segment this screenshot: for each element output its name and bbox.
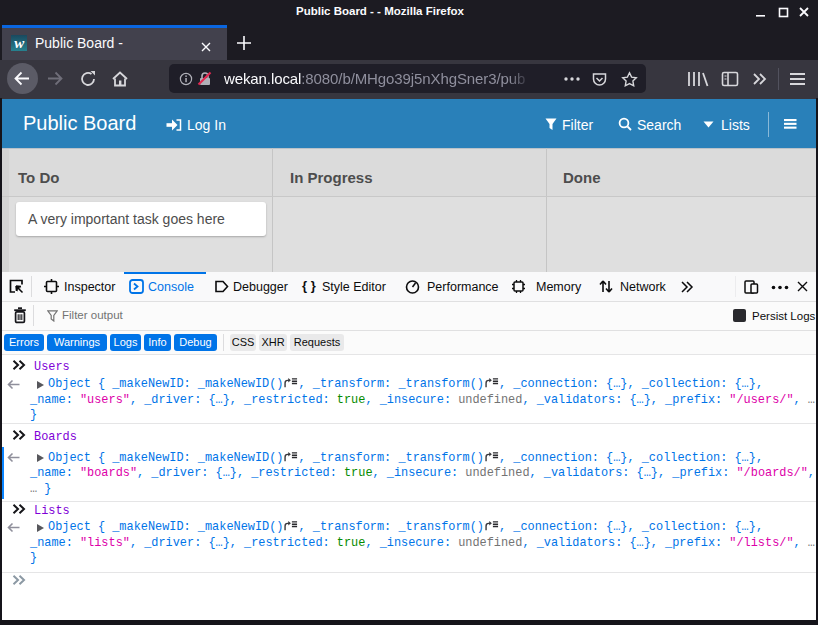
svg-text:w: w	[14, 35, 25, 51]
